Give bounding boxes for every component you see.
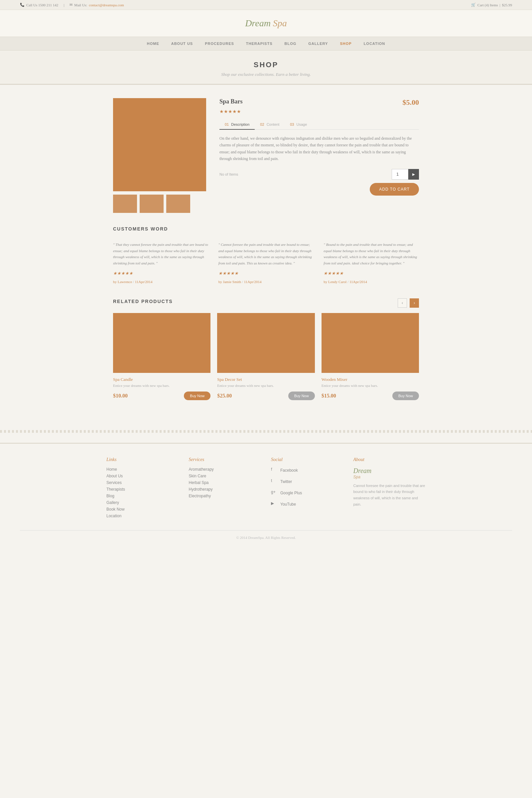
footer-link-gallery[interactable]: Gallery xyxy=(107,500,179,505)
footer-link-home[interactable]: Home xyxy=(107,467,179,472)
main-content: Spa Bars $5.00 ★★★★★ 01 Description 02 C… xyxy=(107,85,425,430)
prev-arrow[interactable]: ‹ xyxy=(398,298,407,308)
tab-number-1: 01 xyxy=(225,123,229,126)
related-products-title: RELATED PRODUCTS xyxy=(113,299,173,308)
footer-link-services[interactable]: Services xyxy=(107,480,179,485)
buy-now-button-3[interactable]: Buy Now xyxy=(392,391,419,400)
footer-logo: Dream Spa xyxy=(354,467,426,479)
buy-now-button-1[interactable]: Buy Now xyxy=(184,391,210,400)
youtube-label: YouTube xyxy=(280,502,296,507)
footer-social-title: Social xyxy=(271,457,343,462)
footer-links-title: Links xyxy=(107,457,179,462)
footer-link-therapists[interactable]: Therapists xyxy=(107,487,179,491)
tab-description[interactable]: 01 Description xyxy=(220,120,255,130)
cart-price: $25.99 xyxy=(502,3,512,7)
footer-about-col: About Dream Spa Cannot foresee the pain … xyxy=(354,457,426,520)
qty-input[interactable] xyxy=(392,169,408,180)
twitter-label: Twitter xyxy=(280,479,292,484)
product-card-image-2[interactable] xyxy=(217,313,315,373)
product-card-desc-1: Entice your dreams with new spa bars. xyxy=(113,384,210,388)
footer-link-blog[interactable]: Blog xyxy=(107,494,179,498)
footer-social-googleplus[interactable]: g+ Google Plus xyxy=(271,490,343,498)
footer-services-col: Services Aromatherapy Skin Care Herbal S… xyxy=(189,457,261,520)
product-thumb-3[interactable] xyxy=(166,194,190,213)
footer-link-about[interactable]: About Us xyxy=(107,474,179,478)
reviews-grid: " That they cannot foresee the pain and … xyxy=(113,241,419,285)
mail-link[interactable]: contact@dreamspa.com xyxy=(89,3,124,7)
footer: Links Home About Us Services Therapists … xyxy=(0,443,532,550)
tab-number-3: 03 xyxy=(290,123,294,126)
product-thumb-2[interactable] xyxy=(140,194,164,213)
product-card-image-1[interactable] xyxy=(113,313,210,373)
footer-service-herbalspa[interactable]: Herbal Spa xyxy=(189,480,261,485)
footer-service-electropathy[interactable]: Electropathy xyxy=(189,494,261,498)
main-nav: HOME ABOUT US PROCEDURES THERAPISTS BLOG… xyxy=(0,37,532,51)
nav-about[interactable]: ABOUT US xyxy=(165,37,199,50)
footer-social-youtube[interactable]: ▶ YouTube xyxy=(271,501,343,509)
footer-service-hydrotherapy[interactable]: Hydrotherapy xyxy=(189,487,261,491)
footer-service-skincare[interactable]: Skin Care xyxy=(189,474,261,478)
product-tabs: 01 Description 02 Content 03 Usage xyxy=(220,120,419,130)
next-arrow[interactable]: › xyxy=(410,298,419,308)
nav-location[interactable]: LOCATION xyxy=(358,37,391,50)
cart-separator: | xyxy=(500,3,500,7)
product-card-3: Wooden Mixer Entice your dreams with new… xyxy=(322,313,419,400)
product-description: On the other hand, we denounce with righ… xyxy=(220,135,419,162)
mail-info: ✉ Mail Us: contact@dreamspa.com xyxy=(70,3,124,7)
buy-now-button-2[interactable]: Buy Now xyxy=(288,391,315,400)
product-details: Spa Bars $5.00 ★★★★★ 01 Description 02 C… xyxy=(220,98,419,213)
add-to-cart-button[interactable]: Add to Cart xyxy=(370,183,419,196)
facebook-icon: f xyxy=(271,467,278,474)
footer-services-title: Services xyxy=(189,457,261,462)
footer-about-text: Cannot foresee the pain and trouble that… xyxy=(354,483,426,507)
nav-gallery[interactable]: GALLERY xyxy=(302,37,334,50)
nav-blog[interactable]: BLOG xyxy=(279,37,303,50)
mail-icon: ✉ xyxy=(70,3,73,7)
product-card-1: Spa Candle Entice your dreams with new s… xyxy=(113,313,210,400)
nav-procedures[interactable]: PROCEDURES xyxy=(199,37,240,50)
nav-arrows: ‹ › xyxy=(398,298,419,308)
tab-label-3: Usage xyxy=(297,123,307,126)
footer-social-twitter[interactable]: t Twitter xyxy=(271,478,343,487)
phone-label: Call Us 1500 211 142 xyxy=(26,3,58,7)
footer-link-booknow[interactable]: Book Now xyxy=(107,507,179,512)
product-card-footer-2: $25.00 Buy Now xyxy=(217,391,315,400)
product-card-desc-2: Entice your dreams with new spa bars. xyxy=(217,384,315,388)
footer-link-location[interactable]: Location xyxy=(107,514,179,518)
tab-usage[interactable]: 03 Usage xyxy=(285,120,312,130)
tab-label-2: Content xyxy=(267,123,280,126)
footer-links-col: Links Home About Us Services Therapists … xyxy=(107,457,179,520)
cart-label: Cart (4) Items xyxy=(477,3,498,7)
review-author-2: by Jamie Smith / 11Apr/2014 xyxy=(218,279,314,285)
review-item-1: " That they cannot foresee the pain and … xyxy=(113,241,208,285)
product-thumb-1[interactable] xyxy=(113,194,137,213)
product-card-price-2: $25.00 xyxy=(217,393,232,399)
product-main-image[interactable] xyxy=(113,98,206,191)
product-card-price-3: $15.00 xyxy=(322,393,336,399)
product-images xyxy=(113,98,206,213)
tab-content[interactable]: 02 Content xyxy=(255,120,285,130)
product-card-footer-1: $10.00 Buy Now xyxy=(113,391,210,400)
review-text-3: " Bound to the pain and trouble that are… xyxy=(324,241,419,266)
googleplus-label: Google Plus xyxy=(280,490,302,495)
related-products-header: RELATED PRODUCTS ‹ › xyxy=(113,298,419,308)
footer-social-facebook[interactable]: f Facebook xyxy=(271,467,343,476)
page-title: SHOP xyxy=(20,60,512,69)
page-header: SHOP Shop our exclusive collections. Ear… xyxy=(0,51,532,85)
review-item-2: " Cannot foresee the pain and trouble th… xyxy=(218,241,314,285)
add-to-cart-row: Add to Cart xyxy=(220,183,419,196)
nav-therapists[interactable]: THERAPISTS xyxy=(240,37,279,50)
qty-control: ▸ xyxy=(392,169,419,180)
product-card-name-3: Wooden Mixer xyxy=(322,377,419,382)
footer-grid: Links Home About Us Services Therapists … xyxy=(107,457,425,520)
top-bar: 📞 Call Us 1500 211 142 | ✉ Mail Us: cont… xyxy=(0,0,532,10)
top-bar-left: 📞 Call Us 1500 211 142 | ✉ Mail Us: cont… xyxy=(20,3,124,7)
review-text-1: " That they cannot foresee the pain and … xyxy=(113,241,208,266)
nav-home[interactable]: HOME xyxy=(141,37,165,50)
product-card-image-3[interactable] xyxy=(322,313,419,373)
footer-copyright: © 2014 DreamSpa. All Rights Reserved. xyxy=(20,530,512,540)
product-card-name-1: Spa Candle xyxy=(113,377,210,382)
footer-service-aromatherapy[interactable]: Aromatherapy xyxy=(189,467,261,472)
qty-increment-button[interactable]: ▸ xyxy=(408,169,419,180)
nav-shop[interactable]: SHOP xyxy=(334,37,358,50)
